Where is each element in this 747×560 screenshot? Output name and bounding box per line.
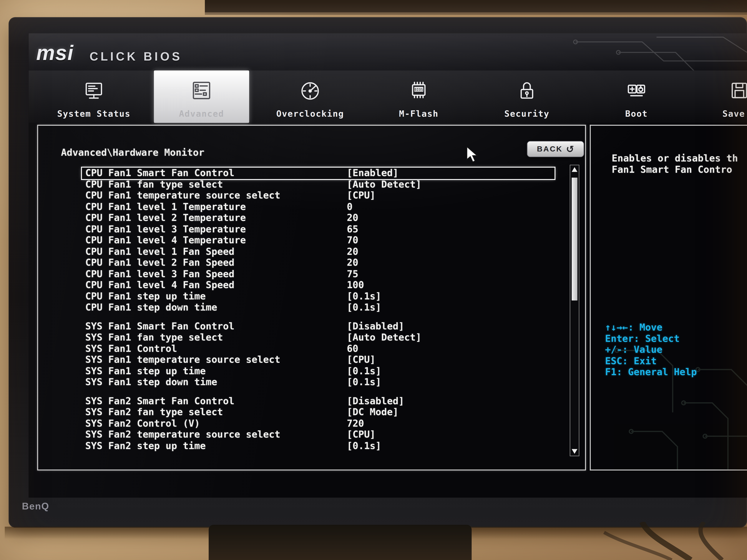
setting-row-sys-fan1-step-down[interactable]: SYS Fan1 step down time [0.1s] bbox=[82, 377, 555, 388]
setting-row-cpu-fan1-smart-fan-control[interactable]: CPU Fan1 Smart Fan Control [Enabled] bbox=[82, 167, 555, 179]
tab-advanced[interactable]: Advanced bbox=[154, 71, 249, 123]
setting-row-sys-fan1-control[interactable]: SYS Fan1 Control 60 bbox=[82, 343, 555, 354]
boot-icon bbox=[622, 79, 651, 104]
setting-value: [0.1s] bbox=[347, 291, 381, 302]
setting-row-cpu-fan1-level4-speed[interactable]: CPU Fan1 level 4 Fan Speed 100 bbox=[82, 279, 555, 291]
tab-boot[interactable]: Boot bbox=[589, 71, 684, 123]
setting-row-cpu-fan1-fan-type[interactable]: CPU Fan1 fan type select [Auto Detect] bbox=[82, 179, 555, 190]
tab-label: System Status bbox=[57, 108, 131, 118]
setting-value: 20 bbox=[347, 257, 358, 268]
setting-row-cpu-fan1-level4-temp[interactable]: CPU Fan1 level 4 Temperature 70 bbox=[82, 235, 555, 246]
m-flash-icon: BIOS bbox=[405, 79, 433, 104]
help-description-line1: Enables or disables th bbox=[612, 153, 738, 164]
setting-label: CPU Fan1 level 4 Fan Speed bbox=[85, 279, 234, 291]
setting-row-sys-fan2-fan-type[interactable]: SYS Fan2 fan type select [DC Mode] bbox=[82, 407, 555, 418]
setting-value: 20 bbox=[347, 246, 358, 257]
setting-label: SYS Fan1 Smart Fan Control bbox=[85, 321, 234, 332]
setting-label: CPU Fan1 fan type select bbox=[85, 179, 223, 190]
setting-row-cpu-fan1-level3-speed[interactable]: CPU Fan1 level 3 Fan Speed 75 bbox=[82, 268, 555, 279]
setting-label: SYS Fan1 temperature source select bbox=[85, 354, 280, 365]
setting-value: [0.1s] bbox=[347, 302, 381, 313]
setting-row-sys-fan2-control-v[interactable]: SYS Fan2 Control (V) 720 bbox=[82, 418, 555, 429]
setting-row-cpu-fan1-level3-temp[interactable]: CPU Fan1 level 3 Temperature 65 bbox=[82, 223, 555, 235]
legend-value: +/-: Value bbox=[605, 344, 697, 355]
save-icon bbox=[725, 79, 747, 104]
overclocking-icon bbox=[296, 79, 325, 104]
setting-row-cpu-fan1-level1-speed[interactable]: CPU Fan1 level 1 Fan Speed 20 bbox=[82, 246, 555, 257]
setting-value: [0.1s] bbox=[347, 377, 381, 388]
setting-row-sys-fan2-step-up[interactable]: SYS Fan2 step up time [0.1s] bbox=[82, 440, 555, 451]
advanced-icon bbox=[187, 79, 216, 104]
legend-move: ↑↓→←: Move bbox=[605, 322, 697, 333]
setting-label: SYS Fan2 Control (V) bbox=[85, 418, 200, 429]
setting-row-sys-fan1-temp-source[interactable]: SYS Fan1 temperature source select [CPU] bbox=[82, 354, 555, 365]
bios-header: msi CLICK BIOS bbox=[28, 33, 747, 71]
setting-row-cpu-fan1-temp-source[interactable]: CPU Fan1 temperature source select [CPU] bbox=[82, 190, 555, 201]
tab-save-exit[interactable]: Save & bbox=[692, 71, 747, 123]
tab-system-status[interactable]: System Status bbox=[46, 71, 141, 123]
setting-value: [DC Mode] bbox=[347, 407, 398, 418]
tab-label: M-Flash bbox=[399, 108, 439, 118]
setting-row-cpu-fan1-level2-temp[interactable]: CPU Fan1 level 2 Temperature 20 bbox=[82, 212, 555, 223]
back-button[interactable]: BACK ↺ bbox=[527, 141, 584, 157]
tab-overclocking[interactable]: Overclocking bbox=[262, 71, 358, 123]
setting-label: SYS Fan1 step down time bbox=[85, 377, 217, 388]
security-lock-icon bbox=[513, 79, 541, 104]
setting-value: [Disabled] bbox=[347, 321, 404, 332]
group-gap bbox=[82, 388, 555, 395]
monitor-brand-label: BenQ bbox=[22, 501, 49, 512]
setting-value: 720 bbox=[347, 418, 364, 429]
setting-value: 100 bbox=[347, 279, 364, 291]
setting-label: CPU Fan1 level 2 Temperature bbox=[85, 212, 246, 223]
help-panel: Enables or disables th Fan1 Smart Fan Co… bbox=[590, 125, 747, 471]
setting-row-sys-fan1-smart-fan-control[interactable]: SYS Fan1 Smart Fan Control [Disabled] bbox=[82, 321, 555, 332]
tab-label: Boot bbox=[625, 108, 648, 118]
setting-value: [CPU] bbox=[347, 190, 376, 201]
legend-general-help: F1: General Help bbox=[605, 367, 697, 378]
scrollbar[interactable] bbox=[570, 165, 579, 456]
tab-m-flash[interactable]: BIOS M-Flash bbox=[371, 71, 466, 123]
setting-value: 20 bbox=[347, 212, 358, 223]
help-description: Enables or disables th Fan1 Smart Fan Co… bbox=[612, 153, 738, 175]
setting-value: 65 bbox=[347, 223, 358, 235]
setting-row-sys-fan2-temp-source[interactable]: SYS Fan2 temperature source select [CPU] bbox=[82, 429, 555, 440]
setting-value: [0.1s] bbox=[347, 366, 381, 377]
setting-row-sys-fan1-step-up[interactable]: SYS Fan1 step up time [0.1s] bbox=[82, 366, 555, 377]
setting-value: 70 bbox=[347, 235, 358, 246]
setting-row-cpu-fan1-step-down[interactable]: CPU Fan1 step down time [0.1s] bbox=[82, 302, 555, 313]
back-undo-icon: ↺ bbox=[566, 143, 574, 155]
scrollbar-thumb[interactable] bbox=[572, 178, 577, 300]
tab-security[interactable]: Security bbox=[479, 71, 574, 123]
window-blind bbox=[205, 0, 747, 12]
setting-row-cpu-fan1-level1-temp[interactable]: CPU Fan1 level 1 Temperature 0 bbox=[82, 201, 555, 212]
settings-list: CPU Fan1 Smart Fan Control [Enabled] CPU… bbox=[82, 167, 555, 452]
setting-label: SYS Fan2 fan type select bbox=[85, 407, 223, 418]
setting-row-sys-fan1-fan-type[interactable]: SYS Fan1 fan type select [Auto Detect] bbox=[82, 332, 555, 343]
desk-cables bbox=[547, 522, 747, 560]
setting-label: CPU Fan1 level 1 Temperature bbox=[85, 201, 246, 212]
monitor-stand bbox=[209, 525, 471, 560]
help-description-line2: Fan1 Smart Fan Contro bbox=[612, 164, 738, 176]
scroll-up-icon[interactable] bbox=[572, 167, 577, 172]
setting-row-cpu-fan1-level2-speed[interactable]: CPU Fan1 level 2 Fan Speed 20 bbox=[82, 257, 555, 268]
m-flash-chip-text: BIOS bbox=[414, 87, 423, 92]
setting-label: CPU Fan1 level 1 Fan Speed bbox=[85, 246, 234, 257]
tab-bar: System Status Advanced bbox=[28, 71, 747, 123]
scroll-down-icon[interactable] bbox=[572, 449, 577, 454]
setting-label: CPU Fan1 level 2 Fan Speed bbox=[85, 257, 234, 268]
legend-select: Enter: Select bbox=[605, 333, 697, 344]
setting-row-sys-fan2-smart-fan-control[interactable]: SYS Fan2 Smart Fan Control [Disabled] bbox=[82, 396, 555, 407]
bios-screen: msi CLICK BIOS bbox=[28, 33, 747, 498]
setting-value: [0.1s] bbox=[347, 440, 381, 451]
group-gap bbox=[82, 313, 555, 321]
setting-label: CPU Fan1 Smart Fan Control bbox=[85, 167, 234, 179]
setting-label: SYS Fan2 step up time bbox=[85, 440, 206, 451]
setting-label: CPU Fan1 level 4 Temperature bbox=[85, 235, 246, 246]
setting-row-cpu-fan1-step-up[interactable]: CPU Fan1 step up time [0.1s] bbox=[82, 291, 555, 302]
setting-label: CPU Fan1 temperature source select bbox=[85, 190, 280, 201]
tab-label: Overclocking bbox=[276, 108, 344, 118]
setting-label: SYS Fan2 temperature source select bbox=[85, 429, 280, 440]
setting-value: [Disabled] bbox=[347, 396, 404, 407]
legend-exit: ESC: Exit bbox=[605, 355, 697, 367]
msi-logo: msi bbox=[36, 41, 74, 65]
